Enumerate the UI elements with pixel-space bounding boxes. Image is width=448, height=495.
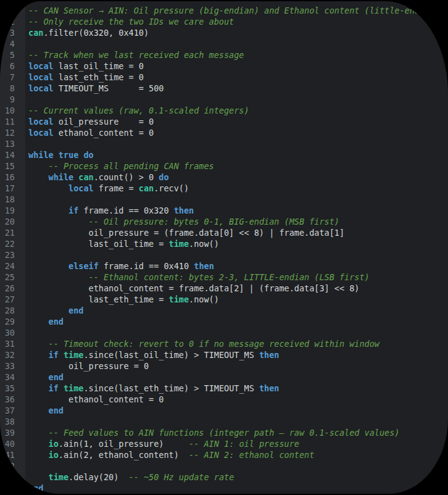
code-line[interactable] — [28, 416, 448, 427]
code-token-text — [59, 350, 64, 360]
code-token-text: frame.id == 0x320 — [78, 206, 173, 215]
code-token-comment: -- Current values (raw, 0.1-scaled integ… — [28, 106, 249, 115]
code-token-text: frame.id == 0x410 — [99, 261, 194, 271]
line-number: 7 — [0, 72, 25, 83]
code-line[interactable]: local frame = can.recv() — [28, 183, 448, 194]
code-line[interactable] — [28, 249, 448, 260]
code-token-keyword: end — [49, 406, 64, 415]
code-line[interactable] — [28, 460, 448, 472]
line-number: 15 — [0, 160, 25, 172]
code-line[interactable]: elseif frame.id == 0x410 then — [28, 260, 448, 272]
code-line[interactable] — [28, 138, 448, 149]
code-line[interactable]: end — [28, 372, 448, 383]
line-number: 14 — [0, 149, 25, 160]
code-token-module: time — [49, 472, 69, 482]
code-line[interactable]: oil_pressure = (frame.data[0] << 8) | fr… — [28, 227, 448, 238]
code-line[interactable]: -- CAN Sensor → AIN: Oil pressure (big-e… — [28, 5, 448, 16]
code-token-keyword: if — [68, 206, 78, 215]
code-line[interactable] — [28, 327, 448, 338]
line-number: 39 — [0, 427, 25, 438]
code-line[interactable]: -- Process all pending CAN frames — [28, 160, 448, 172]
code-token-text — [28, 306, 68, 315]
code-token-keyword: local — [28, 83, 54, 93]
code-token-text: .since(last_eth_time) > TIMEOUT_MS — [83, 383, 259, 393]
code-line[interactable]: -- Feed values to AIN functions (integer… — [28, 427, 448, 438]
code-line[interactable]: -- Track when we last received each mess… — [28, 49, 448, 60]
code-token-module: io — [49, 450, 59, 460]
code-line[interactable] — [28, 94, 448, 105]
code-area[interactable]: -- CAN Sensor → AIN: Oil pressure (big-e… — [25, 1, 448, 494]
code-line[interactable]: -- Oil pressure: bytes 0-1, BIG-endian (… — [28, 216, 448, 227]
code-token-text — [28, 217, 89, 227]
code-token-text — [28, 428, 49, 438]
code-line[interactable]: -- Only receive the two IDs we care abou… — [28, 16, 448, 27]
line-number: 22 — [0, 238, 25, 249]
code-token-text — [28, 161, 49, 171]
line-number: 3 — [0, 27, 25, 38]
code-line[interactable]: if frame.id == 0x320 then — [28, 205, 448, 216]
code-line[interactable]: end — [28, 483, 448, 494]
code-line[interactable]: while true do — [28, 149, 448, 160]
code-line[interactable]: -- Timeout check: revert to 0 if no mess… — [28, 338, 448, 349]
code-line[interactable]: io.ain(1, oil_pressure) -- AIN 1: oil pr… — [28, 438, 448, 449]
line-number: 44 — [0, 483, 25, 494]
code-token-text: last_eth_time = 0 — [54, 72, 144, 82]
code-token-text — [28, 472, 49, 482]
code-line[interactable]: ethanol_content = 0 — [28, 394, 448, 405]
code-line[interactable]: end — [28, 405, 448, 416]
line-number: 30 — [0, 327, 25, 338]
code-token-text: last_eth_time = — [28, 294, 169, 304]
code-token-text — [28, 183, 68, 193]
code-line[interactable]: local last_eth_time = 0 — [28, 72, 448, 83]
code-token-text — [28, 406, 49, 415]
code-token-keyword: then — [194, 261, 214, 271]
code-line[interactable]: end — [28, 316, 448, 327]
line-number: 27 — [0, 294, 25, 305]
code-token-comment: -- Oil pressure: bytes 0-1, BIG-endian (… — [89, 217, 339, 227]
code-token-text: .now() — [189, 294, 219, 304]
code-line[interactable]: oil_pressure = 0 — [28, 360, 448, 372]
line-number: 26 — [0, 283, 25, 294]
code-token-text: TIMEOUT_MS = 500 — [54, 83, 164, 93]
code-line[interactable]: if time.since(last_oil_time) > TIMEOUT_M… — [28, 349, 448, 360]
code-token-text — [28, 439, 49, 449]
code-line[interactable]: if time.since(last_eth_time) > TIMEOUT_M… — [28, 383, 448, 394]
code-line[interactable]: local last_oil_time = 0 — [28, 60, 448, 72]
line-number: 24 — [0, 260, 25, 272]
code-token-keyword: then — [174, 206, 194, 215]
code-line[interactable]: last_eth_time = time.now() — [28, 294, 448, 305]
code-line[interactable]: local TIMEOUT_MS = 500 — [28, 83, 448, 94]
code-line[interactable]: end — [28, 305, 448, 316]
line-number: 38 — [0, 416, 25, 427]
code-token-text — [28, 317, 49, 327]
code-line[interactable]: while can.count() > 0 do — [28, 172, 448, 183]
code-token-module: io — [49, 439, 59, 449]
code-line[interactable] — [28, 194, 448, 205]
line-number: 5 — [0, 49, 25, 60]
code-token-module: time — [169, 294, 189, 304]
code-line[interactable]: local ethanol_content = 0 — [28, 127, 448, 138]
code-line[interactable]: -- Current values (raw, 0.1-scaled integ… — [28, 105, 448, 116]
code-line[interactable]: ethanol_content = frame.data[2] | (frame… — [28, 283, 448, 294]
code-line[interactable]: last_oil_time = time.now() — [28, 238, 448, 249]
code-token-text: .count() > 0 — [94, 172, 159, 182]
code-line[interactable]: -- Ethanol content: bytes 2-3, LITTLE-en… — [28, 272, 448, 283]
code-token-module: can — [28, 28, 43, 38]
code-token-keyword: end — [68, 306, 83, 315]
code-token-comment: -- Ethanol content: bytes 2-3, LITTLE-en… — [89, 272, 370, 282]
code-line[interactable]: local oil_pressure = 0 — [28, 116, 448, 127]
line-number: 36 — [0, 394, 25, 405]
code-token-text: last_oil_time = — [28, 239, 169, 249]
code-line[interactable]: time.delay(20) -- ~50 Hz update rate — [28, 472, 448, 483]
code-line[interactable]: can.filter(0x320, 0x410) — [28, 27, 448, 38]
code-token-text: oil_pressure = (frame.data[0] << 8) | fr… — [28, 228, 344, 238]
code-token-keyword: local — [28, 128, 54, 138]
code-line[interactable]: io.ain(2, ethanol_content) -- AIN 2: eth… — [28, 449, 448, 460]
line-number: 4 — [0, 38, 25, 49]
code-token-text: .recv() — [154, 183, 189, 193]
code-token-keyword: then — [259, 350, 280, 360]
line-number: 35 — [0, 383, 25, 394]
code-line[interactable] — [28, 38, 448, 49]
line-number: 28 — [0, 305, 25, 316]
line-number: 18 — [0, 194, 25, 205]
